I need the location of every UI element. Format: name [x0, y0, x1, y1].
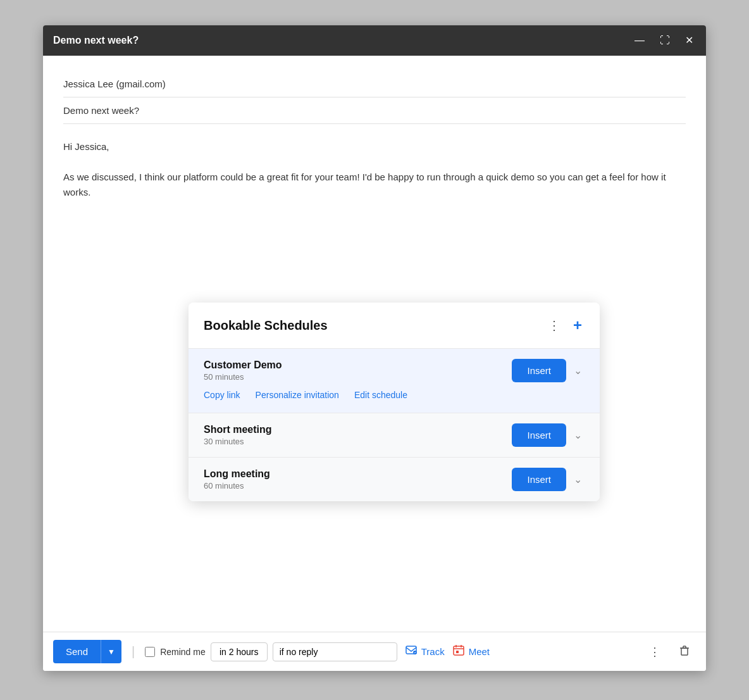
- remind-condition-input[interactable]: if no reply: [273, 642, 397, 661]
- schedule-name-short: Short meeting: [204, 424, 512, 435]
- meet-button[interactable]: Meet: [452, 644, 490, 659]
- remind-me-checkbox[interactable]: [145, 647, 155, 657]
- schedule-info-short: Short meeting 30 minutes: [204, 424, 512, 446]
- svg-rect-7: [681, 648, 688, 655]
- schedule-info: Customer Demo 50 minutes: [204, 359, 512, 382]
- schedule-name-long: Long meeting: [204, 468, 512, 480]
- email-footer: Send ▼ | Remind me in 2 hours if no repl…: [43, 632, 706, 671]
- email-body: Jessica Lee (gmail.com) Demo next week? …: [43, 56, 706, 632]
- insert-button-long-meeting[interactable]: Insert: [512, 468, 566, 491]
- email-body-text: As we discussed, I think our platform co…: [63, 170, 686, 200]
- track-label: Track: [421, 646, 445, 657]
- remind-me-label: Remind me: [160, 647, 206, 657]
- compose-window: Demo next week? — ⛶ ✕ Jessica Lee (gmail…: [43, 25, 706, 671]
- email-to-value: Jessica Lee (gmail.com): [63, 78, 166, 89]
- schedule-duration-short: 30 minutes: [204, 437, 512, 446]
- schedule-item-row-short: Short meeting 30 minutes Insert ⌄: [204, 423, 585, 447]
- schedule-item-customer-demo: Customer Demo 50 minutes Insert ⌄ Copy l…: [189, 348, 600, 413]
- schedule-name: Customer Demo: [204, 359, 512, 371]
- copy-link-button[interactable]: Copy link: [204, 390, 240, 400]
- expanded-links: Copy link Personalize invitation Edit sc…: [204, 382, 585, 403]
- schedule-actions: Insert ⌄: [512, 359, 585, 382]
- meet-label: Meet: [469, 646, 490, 657]
- email-subject-value: Demo next week?: [63, 105, 139, 116]
- bookable-header-actions: ⋮ +: [545, 315, 585, 335]
- remind-value-input[interactable]: in 2 hours: [211, 642, 268, 661]
- schedule-actions-short: Insert ⌄: [512, 423, 585, 447]
- email-to-field[interactable]: Jessica Lee (gmail.com): [63, 71, 686, 97]
- svg-rect-6: [456, 651, 459, 653]
- schedule-item-row: Customer Demo 50 minutes Insert ⌄: [204, 359, 585, 382]
- schedule-item-long-meeting: Long meeting 60 minutes Insert ⌄: [189, 457, 600, 501]
- bookable-schedules-panel: Bookable Schedules ⋮ + Customer Demo 50 …: [189, 303, 600, 501]
- bookable-add-button[interactable]: +: [571, 315, 585, 335]
- send-button[interactable]: Send: [53, 640, 101, 663]
- email-subject-field[interactable]: Demo next week?: [63, 97, 686, 124]
- email-content[interactable]: Hi Jessica, As we discussed, I think our…: [63, 124, 686, 215]
- send-dropdown-button[interactable]: ▼: [101, 640, 121, 663]
- meet-icon: [452, 644, 465, 659]
- bookable-header: Bookable Schedules ⋮ +: [189, 303, 600, 348]
- insert-button-customer-demo[interactable]: Insert: [512, 359, 566, 382]
- schedule-item-row-long: Long meeting 60 minutes Insert ⌄: [204, 468, 585, 491]
- toolbar-divider-1: |: [132, 644, 135, 659]
- chevron-button-short-meeting[interactable]: ⌄: [571, 427, 585, 444]
- insert-button-short-meeting[interactable]: Insert: [512, 423, 566, 447]
- maximize-button[interactable]: ⛶: [657, 33, 672, 48]
- close-button[interactable]: ✕: [683, 33, 696, 48]
- bookable-more-button[interactable]: ⋮: [545, 316, 563, 334]
- track-icon: [405, 644, 418, 659]
- svg-rect-2: [454, 646, 464, 655]
- edit-schedule-button[interactable]: Edit schedule: [354, 390, 407, 400]
- minimize-button[interactable]: —: [632, 33, 647, 48]
- bookable-title: Bookable Schedules: [204, 318, 328, 333]
- schedule-item-short-meeting: Short meeting 30 minutes Insert ⌄: [189, 413, 600, 457]
- window-title: Demo next week?: [53, 35, 139, 46]
- email-greeting: Hi Jessica,: [63, 139, 686, 154]
- title-bar: Demo next week? — ⛶ ✕: [43, 25, 706, 56]
- schedule-actions-long: Insert ⌄: [512, 468, 585, 491]
- schedule-duration: 50 minutes: [204, 372, 512, 382]
- personalize-invitation-button[interactable]: Personalize invitation: [256, 390, 339, 400]
- chevron-button-long-meeting[interactable]: ⌄: [571, 471, 585, 488]
- chevron-button-customer-demo[interactable]: ⌄: [571, 362, 585, 379]
- remind-me-section: Remind me in 2 hours if no reply: [145, 642, 397, 661]
- window-controls: — ⛶ ✕: [632, 33, 696, 48]
- more-options-button[interactable]: ⋮: [644, 642, 665, 661]
- schedule-info-long: Long meeting 60 minutes: [204, 468, 512, 491]
- send-button-group: Send ▼: [53, 640, 121, 663]
- delete-button[interactable]: [673, 641, 696, 662]
- track-button[interactable]: Track: [405, 644, 445, 659]
- schedule-duration-long: 60 minutes: [204, 481, 512, 491]
